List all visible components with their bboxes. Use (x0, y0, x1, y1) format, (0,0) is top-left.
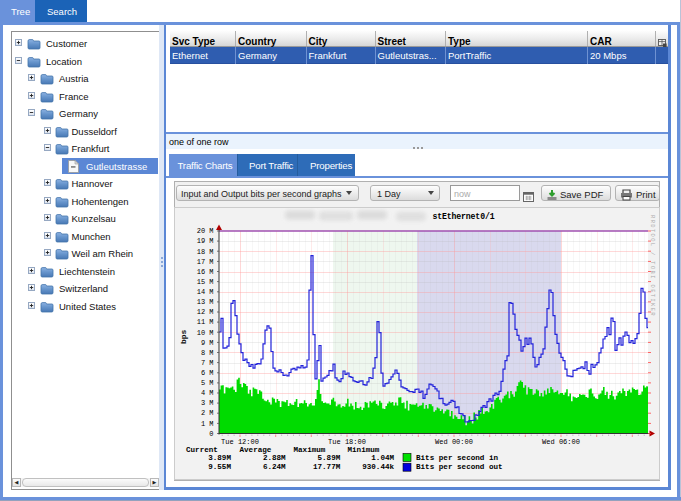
svg-text:1 M: 1 M (201, 420, 214, 428)
svg-text:12 M: 12 M (197, 308, 214, 316)
svg-text:17.77M: 17.77M (313, 463, 341, 471)
svg-text:6.24M: 6.24M (263, 463, 286, 471)
svg-text:11 M: 11 M (197, 318, 214, 326)
svg-text:2.88M: 2.88M (263, 454, 286, 462)
svg-text:3.89M: 3.89M (208, 454, 231, 462)
svg-text:Wed 06:00: Wed 06:00 (542, 438, 580, 446)
svg-text:Bits per second in: Bits per second in (416, 454, 498, 462)
svg-text:9 M: 9 M (201, 339, 214, 347)
svg-text:4 M: 4 M (201, 389, 214, 397)
svg-text:Tue 18:00: Tue 18:00 (328, 438, 366, 446)
svg-text:5 M: 5 M (201, 379, 214, 387)
svg-text:0: 0 (209, 430, 213, 438)
svg-text:Average: Average (240, 446, 272, 454)
svg-text:Minimum: Minimum (348, 446, 380, 454)
svg-text:16 M: 16 M (197, 268, 214, 276)
svg-text:Current: Current (186, 446, 218, 454)
svg-text:bps: bps (179, 329, 188, 344)
svg-text:RRDTOOL / TOBI OETIKER: RRDTOOL / TOBI OETIKER (649, 215, 655, 317)
svg-text:19 M: 19 M (197, 237, 214, 245)
svg-text:15 M: 15 M (197, 278, 214, 286)
svg-text:Wed 00:00: Wed 00:00 (435, 438, 473, 446)
svg-text:Maximum: Maximum (294, 446, 326, 454)
svg-text:14 M: 14 M (197, 288, 214, 296)
svg-text:13 M: 13 M (197, 298, 214, 306)
svg-text:2 M: 2 M (201, 409, 214, 417)
svg-text:5.89M: 5.89M (318, 454, 341, 462)
svg-text:Tue 12:00: Tue 12:00 (221, 438, 259, 446)
svg-text:7 M: 7 M (201, 359, 214, 367)
svg-text:10 M: 10 M (197, 329, 214, 337)
svg-text:stEthernet0/1: stEthernet0/1 (433, 212, 495, 221)
svg-text:930.44k: 930.44k (362, 463, 394, 471)
svg-text:1.04M: 1.04M (371, 454, 394, 462)
svg-text:9.55M: 9.55M (208, 463, 231, 471)
svg-text:8 M: 8 M (201, 349, 214, 357)
svg-text:17 M: 17 M (197, 258, 214, 266)
svg-text:6 M: 6 M (201, 369, 214, 377)
svg-text:3 M: 3 M (201, 399, 214, 407)
svg-text:18 M: 18 M (197, 248, 214, 256)
svg-text:20 M: 20 M (197, 227, 214, 235)
svg-text:Bits per second out: Bits per second out (416, 463, 503, 471)
